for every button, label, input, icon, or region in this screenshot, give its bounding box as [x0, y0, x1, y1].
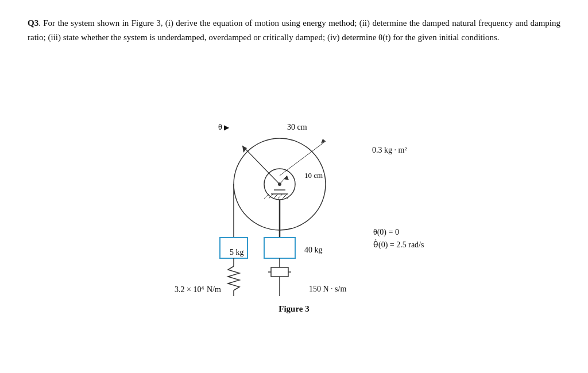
- mass-5kg-label: 5 kg: [230, 248, 244, 257]
- question-body: . For the system shown in Figure 3, (i) …: [28, 18, 560, 42]
- svg-line-28: [278, 194, 283, 199]
- theta-label: θ ▶: [218, 123, 229, 132]
- page: Q3. For the system shown in Figure 3, (i…: [0, 0, 588, 325]
- svg-line-27: [273, 194, 278, 199]
- svg-line-30: [287, 194, 292, 199]
- spring-label: 3.2 × 10⁴ N/m: [175, 285, 221, 294]
- diagram-svg: [133, 61, 455, 296]
- svg-line-25: [264, 194, 269, 199]
- theta-symbol: θ: [218, 123, 222, 131]
- svg-line-3: [242, 146, 280, 184]
- dim-10cm-label: 10 cm: [304, 171, 323, 180]
- dim-30cm-label: 30 cm: [287, 123, 307, 132]
- ic-dtheta: θ̇(0) = 2.5 rad/s: [373, 239, 424, 251]
- question-label: Q3: [28, 18, 38, 28]
- svg-line-5: [280, 141, 326, 176]
- question-text: Q3. For the system shown in Figure 3, (i…: [28, 16, 560, 45]
- initial-conditions: θ(0) = 0 θ̇(0) = 2.5 rad/s: [373, 226, 424, 252]
- figure-area: θ ▶ 30 cm 0.3 kg · m² 10 cm θ(0) = 0 θ̇(…: [28, 55, 560, 302]
- svg-rect-32: [271, 267, 288, 277]
- inertia-label: 0.3 kg · m²: [372, 146, 407, 155]
- figure-caption: Figure 3: [28, 304, 560, 314]
- svg-marker-4: [242, 146, 247, 153]
- arrow-right-icon: ▶: [224, 123, 229, 131]
- svg-rect-12: [264, 238, 295, 258]
- damper-label: 150 N · s/m: [309, 285, 346, 294]
- diagram-container: θ ▶ 30 cm 0.3 kg · m² 10 cm θ(0) = 0 θ̇(…: [133, 61, 455, 290]
- mass-40kg-label: 40 kg: [304, 246, 323, 255]
- ic-theta: θ(0) = 0: [373, 226, 424, 239]
